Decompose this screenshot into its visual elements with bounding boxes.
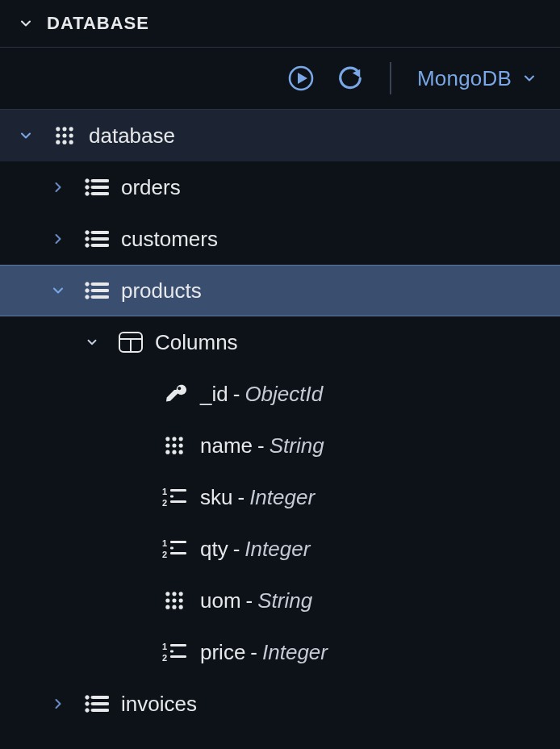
refresh-button[interactable] <box>336 65 364 92</box>
column-name: uom <box>200 588 241 613</box>
table-icon <box>115 332 147 353</box>
node-label: Columns <box>155 330 238 355</box>
column-name: qty <box>200 537 228 562</box>
numbered-list-icon <box>158 487 190 507</box>
tree-node-products[interactable]: products <box>0 265 560 316</box>
column-type: Integer <box>262 640 328 665</box>
column-row-id[interactable]: _id - ObjectId <box>0 368 560 420</box>
numbered-list-icon <box>158 642 190 662</box>
chevron-right-icon[interactable] <box>47 231 69 247</box>
column-type: ObjectId <box>244 382 323 407</box>
separator: - <box>237 485 244 510</box>
separator: - <box>250 640 257 665</box>
engine-label: MongoDB <box>417 66 512 91</box>
column-name: price <box>200 640 245 665</box>
separator: - <box>257 433 265 458</box>
chevron-down-icon[interactable] <box>81 335 103 349</box>
chevron-right-icon[interactable] <box>47 696 69 712</box>
column-type: String <box>257 588 312 613</box>
panel-title: DATABASE <box>47 13 149 34</box>
tree-node-columns[interactable]: Columns <box>0 316 560 368</box>
collection-icon <box>81 282 113 299</box>
column-type: Integer <box>244 537 310 562</box>
separator: - <box>246 588 253 613</box>
run-query-button[interactable] <box>286 64 316 93</box>
chevron-down-icon[interactable] <box>15 128 37 144</box>
column-name: _id <box>200 382 228 407</box>
column-type: String <box>270 433 324 458</box>
separator: - <box>233 382 240 407</box>
key-icon <box>158 382 190 406</box>
node-label: orders <box>121 175 181 200</box>
column-row-name[interactable]: name - String <box>0 420 560 471</box>
grid-icon <box>158 589 190 612</box>
column-row-qty[interactable]: qty - Integer <box>0 523 560 575</box>
tree-node-database[interactable]: database <box>0 110 560 161</box>
collection-icon <box>81 695 113 713</box>
database-icon <box>48 124 81 147</box>
chevron-right-icon[interactable] <box>47 179 69 195</box>
collection-icon <box>81 178 113 196</box>
column-row-uom[interactable]: uom - String <box>0 575 560 626</box>
node-label: customers <box>121 227 218 252</box>
numbered-list-icon <box>158 539 190 559</box>
collection-icon <box>81 230 113 248</box>
database-tree: database orders customers <box>0 110 560 730</box>
chevron-down-icon <box>521 70 537 86</box>
panel-header[interactable]: DATABASE <box>0 0 560 48</box>
grid-icon <box>158 434 190 457</box>
tree-node-invoices[interactable]: invoices <box>0 678 560 730</box>
toolbar-separator <box>390 62 391 94</box>
column-row-sku[interactable]: sku - Integer <box>0 471 560 523</box>
separator: - <box>233 537 240 562</box>
chevron-down-icon[interactable] <box>15 15 37 31</box>
tree-node-customers[interactable]: customers <box>0 213 560 265</box>
column-name: name <box>200 433 253 458</box>
chevron-down-icon[interactable] <box>47 282 69 299</box>
node-label: products <box>121 278 202 303</box>
node-label: database <box>89 123 175 149</box>
toolbar: MongoDB <box>0 48 560 110</box>
node-label: invoices <box>121 692 197 717</box>
column-type: Integer <box>249 485 315 510</box>
column-row-price[interactable]: price - Integer <box>0 626 560 678</box>
tree-node-orders[interactable]: orders <box>0 161 560 213</box>
engine-dropdown[interactable]: MongoDB <box>417 66 537 91</box>
column-name: sku <box>200 485 232 510</box>
